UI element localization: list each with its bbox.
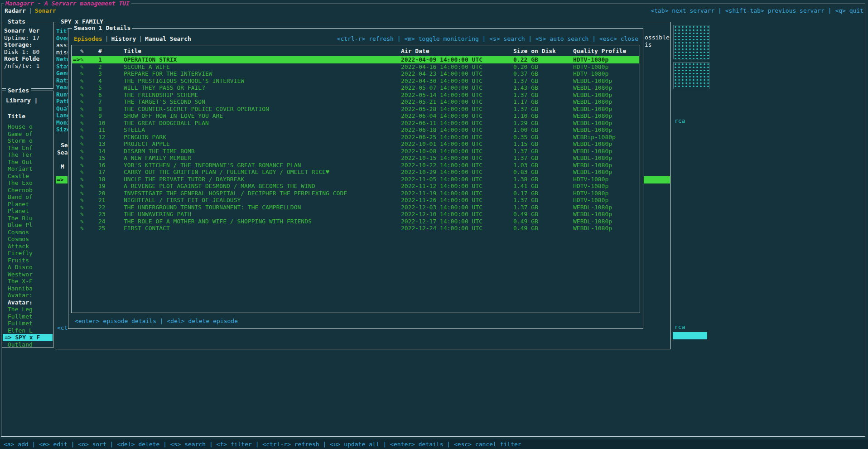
- episode-row[interactable]: ✎ 7 THE TARGET'S SECOND SON 2022-05-21 1…: [72, 98, 639, 106]
- episode-row[interactable]: ✎ 14 DISARM THE TIME BOMB 2022-10-08 14:…: [72, 148, 639, 155]
- edit-pencil-icon: ✎: [80, 63, 84, 71]
- episode-row[interactable]: ✎ 15 A NEW FAMILY MEMBER 2022-10-15 14:0…: [72, 154, 639, 162]
- series-list-item[interactable]: Attack: [3, 243, 53, 250]
- series-list-item[interactable]: The Blu: [3, 215, 53, 222]
- series-list-item[interactable]: The Ter: [3, 151, 53, 159]
- episode-air-date: 2022-06-11 14:00:00 UTC: [401, 120, 482, 127]
- episode-number: 8: [98, 106, 102, 113]
- episode-row[interactable]: ✎ 19 A REVENGE PLOT AGAINST DESMOND / MA…: [72, 183, 639, 190]
- episode-size: 0.49 GB: [513, 225, 538, 232]
- series-list-item[interactable]: Outland: [3, 341, 53, 348]
- episode-row[interactable]: => ✎ 1 OPERATION STRIX 2022-04-09 14:00:…: [72, 56, 639, 63]
- series-list-item[interactable]: Fruits: [3, 257, 53, 264]
- series-list-item[interactable]: The Leg: [3, 306, 53, 313]
- episode-row[interactable]: ✎ 13 PROJECT APPLE 2022-10-01 14:00:00 U…: [72, 140, 639, 148]
- series-list-item[interactable]: Chernob: [3, 187, 53, 194]
- series-list-item[interactable]: Westwor: [3, 271, 53, 278]
- episode-row[interactable]: ✎ 4 THE PRESTIGIOUS SCHOOL'S INTERVIEW 2…: [72, 77, 639, 85]
- season-header-fragment: Sea: [57, 149, 68, 156]
- series-list-item[interactable]: Planet: [3, 208, 53, 215]
- episode-title: FIRST CONTACT: [124, 225, 170, 232]
- series-list-item[interactable]: Firefly: [3, 250, 53, 257]
- stat-text: Storage:: [4, 41, 33, 48]
- episode-number: 17: [98, 169, 106, 176]
- episode-quality-profile: WEBDL-1080p: [573, 106, 612, 113]
- library-tab[interactable]: Library |: [6, 97, 38, 104]
- edit-pencil-icon: ✎: [80, 162, 84, 169]
- episode-number: 11: [98, 126, 106, 134]
- tab-separator: |: [136, 35, 145, 42]
- episode-quality-profile: WEBDL-1080p: [573, 140, 612, 148]
- stat-line: Disk 1: 80: [4, 48, 52, 56]
- series-list-item[interactable]: The Out: [3, 159, 53, 166]
- series-title: Planet: [8, 208, 29, 214]
- quality-column-header: Quality Profile: [573, 48, 626, 54]
- series-list-item[interactable]: Hanniba: [3, 285, 53, 292]
- stat-line: Root Folde: [4, 55, 52, 63]
- episode-title: THE UNDERGROUND TENNIS TOURNAMENT: THE C…: [124, 204, 301, 211]
- series-list-item[interactable]: Band of: [3, 193, 53, 201]
- episode-number: 5: [98, 84, 102, 92]
- help-text-fragment: <ct: [57, 324, 68, 332]
- series-list-item[interactable]: The Exo: [3, 179, 53, 187]
- series-list-item[interactable]: Cosmos: [3, 229, 53, 236]
- episode-row[interactable]: ✎ 11 STELLA 2022-06-18 14:00:00 UTC 1.00…: [72, 126, 639, 134]
- series-list-item[interactable]: Blue Pl: [3, 222, 53, 229]
- episode-row[interactable]: ✎ 10 THE GREAT DODGEBALL PLAN 2022-06-11…: [72, 120, 639, 127]
- series-list-item[interactable]: Avatar:: [3, 292, 53, 299]
- tab-history[interactable]: History: [111, 35, 136, 42]
- series-list-item[interactable]: House o: [3, 123, 53, 130]
- tab-radarr[interactable]: Radarr: [5, 7, 26, 14]
- episode-air-date: 2022-12-03 14:00:00 UTC: [401, 204, 482, 211]
- series-list-item[interactable]: Cosmos: [3, 236, 53, 243]
- series-list-item[interactable]: Avatar:: [3, 299, 53, 306]
- episode-row[interactable]: ✎ 20 INVESTIGATE THE GENERAL HOSPITAL / …: [72, 190, 639, 197]
- tab-manual-search[interactable]: Manual Search: [145, 35, 191, 42]
- episode-quality-profile: WEBDL-1080p: [573, 112, 612, 120]
- tab-episodes[interactable]: Episodes: [74, 35, 102, 42]
- series-list: House oGame ofStorm oThe EnfThe TerThe O…: [3, 123, 53, 348]
- episode-row[interactable]: ✎ 5 WILL THEY PASS OR FAIL? 2022-05-07 1…: [72, 84, 639, 92]
- stats-lines: Sonarr VerUptime: 17Storage:Disk 1: 80Ro…: [4, 27, 52, 69]
- series-list-item[interactable]: Game of: [3, 130, 53, 138]
- series-list-item[interactable]: The Enf: [3, 145, 53, 152]
- episode-row[interactable]: ✎ 3 PREPARE FOR THE INTERVIEW 2022-04-23…: [72, 70, 639, 77]
- series-title: The Enf: [8, 145, 33, 151]
- episode-row[interactable]: ✎ 18 UNCLE THE PRIVATE TUTOR / DAYBREAK …: [72, 176, 639, 183]
- series-list-item[interactable]: => SPY x F: [3, 334, 53, 341]
- episode-row[interactable]: ✎ 12 PENGUIN PARK 2022-06-25 14:00:00 UT…: [72, 134, 639, 141]
- series-title: Outland: [8, 341, 33, 348]
- series-list-item[interactable]: The X-F: [3, 278, 53, 285]
- overview-text-fragment-2: is: [645, 41, 652, 48]
- episode-row[interactable]: ✎ 22 THE UNDERGROUND TENNIS TOURNAMENT: …: [72, 204, 639, 211]
- series-title: Fullmet: [8, 313, 33, 320]
- episode-title: NIGHTFALL / FIRST FIT OF JEALOUSY: [124, 197, 241, 204]
- series-list-item[interactable]: Planet: [3, 201, 53, 208]
- episode-number: 3: [98, 70, 102, 77]
- series-list-item[interactable]: Fullmet: [3, 313, 53, 320]
- series-title: The Blu: [8, 215, 33, 222]
- series-list-item[interactable]: Moriart: [3, 165, 53, 173]
- selected-series-row-fragment: [673, 332, 707, 339]
- series-list-item[interactable]: A Disco: [3, 264, 53, 271]
- episode-row[interactable]: ✎ 23 THE UNWAVERING PATH 2022-12-10 14:0…: [72, 211, 639, 218]
- episodes-table: ✎ # Title Air Date Size on Disk Quality …: [71, 45, 640, 313]
- episode-row[interactable]: ✎ 8 THE COUNTER-SECRET POLICE COVER OPER…: [72, 106, 639, 113]
- episode-row[interactable]: ✎ 25 FIRST CONTACT 2022-12-24 14:00:00 U…: [72, 225, 639, 232]
- episode-row[interactable]: ✎ 2 SECURE A WIFE 2022-04-16 14:00:00 UT…: [72, 63, 639, 71]
- series-list-item[interactable]: Fullmet: [3, 320, 53, 327]
- episode-air-date: 2022-06-04 14:00:00 UTC: [401, 112, 482, 120]
- episode-size: 0.49 GB: [513, 218, 538, 225]
- series-list-item[interactable]: Storm o: [3, 137, 53, 145]
- episode-air-date: 2022-10-15 14:00:00 UTC: [401, 154, 482, 162]
- episode-row[interactable]: ✎ 6 THE FRIENDSHIP SCHEME 2022-05-14 14:…: [72, 92, 639, 99]
- episode-row[interactable]: ✎ 16 YOR'S KITCHEN / THE INFORMANT'S GRE…: [72, 162, 639, 169]
- tab-sonarr[interactable]: Sonarr: [35, 7, 56, 14]
- episode-row[interactable]: ✎ 9 SHOW OFF HOW IN LOVE YOU ARE 2022-06…: [72, 112, 639, 120]
- episode-row[interactable]: ✎ 24 THE ROLE OF A MOTHER AND WIFE / SHO…: [72, 218, 639, 225]
- episode-air-date: 2022-04-23 14:00:00 UTC: [401, 70, 482, 77]
- episode-row[interactable]: ✎ 21 NIGHTFALL / FIRST FIT OF JEALOUSY 2…: [72, 197, 639, 204]
- episode-row[interactable]: ✎ 17 CARRY OUT THE GRIFFIN PLAN / FULLME…: [72, 169, 639, 176]
- series-list-item[interactable]: Castle: [3, 173, 53, 180]
- series-list-item[interactable]: Elfen L: [3, 327, 53, 334]
